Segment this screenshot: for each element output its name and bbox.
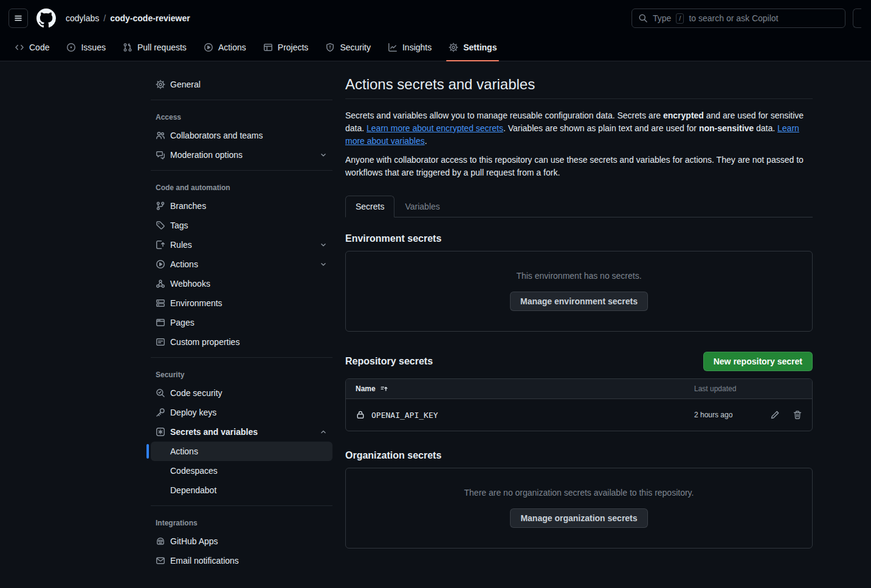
code-icon — [15, 43, 24, 52]
nav-tab-label: Projects — [278, 43, 309, 52]
server-icon — [156, 298, 165, 308]
repository-secrets-header-row: Repository secrets New repository secret — [345, 352, 813, 371]
environment-secrets-heading: Environment secrets — [345, 233, 813, 244]
sidebar-item-label: Actions — [170, 446, 198, 456]
nav-tab-code[interactable]: Code — [9, 34, 55, 61]
tab-variables[interactable]: Variables — [394, 196, 450, 217]
nav-tab-projects[interactable]: Projects — [257, 34, 315, 61]
sidebar-divider — [151, 100, 332, 100]
sidebar-item-environments[interactable]: Environments — [151, 293, 332, 313]
rules-icon — [156, 240, 165, 250]
sidebar-item-moderation-options[interactable]: Moderation options — [151, 145, 332, 165]
organization-secrets-empty-text: There are no organization secrets availa… — [346, 488, 812, 497]
sidebar-item-rules[interactable]: Rules — [151, 235, 332, 255]
nav-tab-pull-requests[interactable]: Pull requests — [117, 34, 193, 61]
asterisk-box-icon — [156, 427, 165, 437]
intro-text: . Variables are shown as plain text and … — [503, 123, 699, 133]
sidebar-subitem-dependabot[interactable]: Dependabot — [151, 480, 332, 500]
sidebar-item-label: Tags — [170, 220, 188, 230]
nav-tab-label: Pull requests — [137, 43, 187, 52]
sidebar-item-label: Email notifications — [170, 556, 239, 566]
tab-secrets[interactable]: Secrets — [345, 196, 394, 217]
sidebar-item-email-notifications[interactable]: Email notifications — [151, 551, 332, 570]
sidebar-section-title-integrations: Integrations — [146, 511, 337, 532]
column-header-name[interactable]: Name — [356, 385, 388, 393]
table-header-row: Name Last updated — [346, 379, 812, 399]
gear-icon — [449, 43, 458, 52]
sidebar-item-tags[interactable]: Tags — [151, 216, 332, 235]
breadcrumb-repo[interactable]: cody-code-reviewer — [110, 13, 190, 23]
intro-bold-encrypted: encrypted — [663, 111, 704, 120]
organization-secrets-empty-box: There are no organization secrets availa… — [345, 468, 813, 549]
nav-tab-label: Security — [340, 43, 371, 52]
new-repository-secret-button[interactable]: New repository secret — [703, 352, 813, 371]
chevron-down-icon — [319, 241, 328, 249]
sidebar-item-custom-properties[interactable]: Custom properties — [151, 332, 332, 352]
sidebar-item-deploy-keys[interactable]: Deploy keys — [151, 403, 332, 422]
manage-organization-secrets-button[interactable]: Manage organization secrets — [510, 508, 647, 528]
people-icon — [156, 131, 165, 140]
sidebar-item-label: Webhooks — [170, 279, 210, 289]
issue-opened-icon — [66, 43, 76, 52]
graph-icon — [388, 43, 398, 52]
intro-bold-non-sensitive: non-sensitive — [699, 123, 754, 133]
sidebar-item-label: Code security — [170, 388, 222, 398]
sidebar-item-branches[interactable]: Branches — [151, 196, 332, 216]
sidebar-item-github-apps[interactable]: GitHub Apps — [151, 532, 332, 551]
header-top: codylabs / cody-code-reviewer Type / to … — [0, 0, 871, 34]
sidebar-item-label: Codespaces — [170, 466, 218, 476]
sidebar-subitem-actions[interactable]: Actions — [151, 442, 332, 461]
nav-tab-actions[interactable]: Actions — [198, 34, 252, 61]
sidebar-item-actions[interactable]: Actions — [151, 255, 332, 274]
sidebar-section-title-access: Access — [146, 105, 337, 126]
hubot-icon — [156, 536, 165, 546]
sidebar-item-collaborators[interactable]: Collaborators and teams — [151, 126, 332, 145]
nav-tab-issues[interactable]: Issues — [60, 34, 111, 61]
sidebar-item-secrets-and-variables[interactable]: Secrets and variables — [151, 422, 332, 442]
sidebar-item-label: Custom properties — [170, 337, 239, 347]
gear-icon — [156, 80, 165, 89]
sidebar-subitem-codespaces[interactable]: Codespaces — [151, 461, 332, 480]
search-input[interactable]: Type / to search or ask Copilot — [632, 9, 845, 28]
github-logo-icon[interactable] — [36, 9, 56, 28]
breadcrumb-separator: / — [103, 13, 106, 23]
nav-tab-label: Actions — [218, 43, 246, 52]
secrets-variables-tabnav: Secrets Variables — [345, 196, 813, 217]
collaborator-note-paragraph: Anyone with collaborator access to this … — [345, 154, 813, 179]
repository-secrets-heading: Repository secrets — [345, 356, 433, 367]
edit-secret-button[interactable] — [770, 410, 780, 420]
nav-tab-label: Insights — [402, 43, 432, 52]
sidebar-item-pages[interactable]: Pages — [151, 313, 332, 332]
sidebar-item-webhooks[interactable]: Webhooks — [151, 274, 332, 293]
sidebar-section-title-security: Security — [146, 363, 337, 383]
page-title: Actions secrets and variables — [345, 76, 813, 99]
comment-discussion-icon — [156, 150, 165, 160]
note-icon — [156, 337, 165, 347]
breadcrumb-owner[interactable]: codylabs — [66, 13, 99, 23]
nav-tab-label: Settings — [463, 43, 497, 52]
sidebar-item-general[interactable]: General — [151, 75, 332, 94]
column-header-name-label: Name — [356, 385, 376, 393]
play-icon — [156, 259, 165, 269]
settings-layout: General Access Collaborators and teams M… — [0, 61, 871, 570]
git-pull-request-icon — [123, 43, 133, 52]
hamburger-icon — [13, 13, 23, 23]
sidebar-item-code-security[interactable]: Code security — [151, 383, 332, 403]
chevron-down-icon — [319, 260, 328, 268]
organization-secrets-heading: Organization secrets — [345, 450, 813, 461]
slash-key-badge: / — [676, 13, 684, 24]
main-content: Actions secrets and variables Secrets an… — [345, 75, 813, 549]
nav-tab-insights[interactable]: Insights — [382, 34, 438, 61]
manage-environment-secrets-button[interactable]: Manage environment secrets — [510, 292, 648, 311]
nav-tab-settings[interactable]: Settings — [442, 34, 503, 61]
sidebar-item-label: Secrets and variables — [170, 427, 258, 437]
hamburger-menu-button[interactable] — [9, 9, 28, 28]
nav-tab-security[interactable]: Security — [319, 34, 377, 61]
webhook-icon — [156, 279, 165, 289]
link-encrypted-secrets[interactable]: Learn more about encrypted secrets — [367, 123, 503, 133]
sort-ascending-icon — [380, 385, 388, 393]
environment-secrets-empty-box: This environment has no secrets. Manage … — [345, 251, 813, 332]
search-placeholder-prefix: Type — [653, 13, 671, 23]
delete-secret-button[interactable] — [793, 410, 802, 420]
tag-icon — [156, 220, 165, 230]
